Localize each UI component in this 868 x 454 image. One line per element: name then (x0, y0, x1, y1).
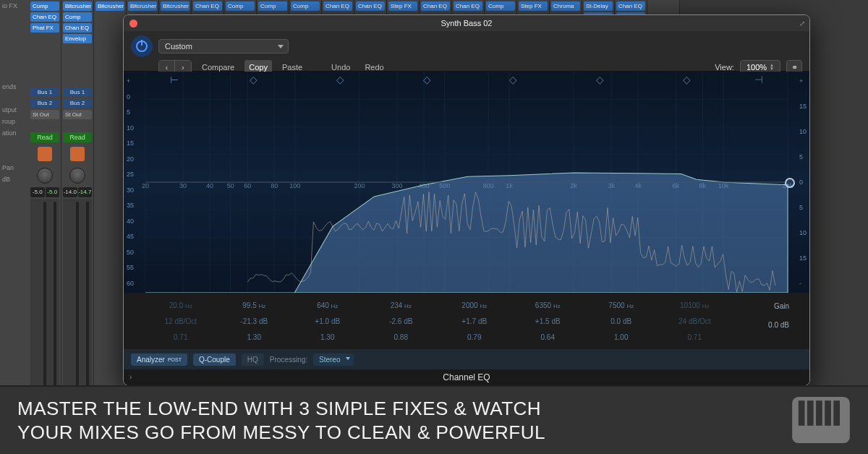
band-gain[interactable]: +1.0 dB (291, 317, 365, 325)
insert-slot[interactable]: Comp (291, 1, 320, 11)
plugin-toolbar: Custom ‹ › Compare Copy Paste Undo Redo … (124, 31, 809, 72)
send-button[interactable]: Bus 1 (30, 88, 59, 97)
output-slot[interactable]: St Out (30, 110, 59, 119)
pan-knob[interactable] (30, 166, 59, 186)
send-button[interactable]: Bus 2 (63, 99, 92, 108)
eq-display[interactable]: +051015202530354045505560 +15105051015- … (124, 72, 809, 293)
band-freq[interactable]: 234 Hz (365, 301, 438, 309)
insert-slot[interactable]: Envelop (63, 34, 92, 43)
hq-button[interactable]: HQ (242, 354, 264, 366)
band-q[interactable]: 1.30 (291, 333, 365, 341)
band-freq[interactable]: 640 Hz (291, 301, 365, 309)
insert-slot[interactable]: Step FX (519, 1, 548, 11)
insert-slot[interactable]: Step FX (388, 1, 417, 11)
insert-slot[interactable]: Chan EQ (193, 1, 222, 11)
insert-slot[interactable]: Comp (63, 12, 92, 22)
band-gain[interactable]: 0.0 dB (584, 317, 658, 325)
insert-slot[interactable]: Bitcrusher (161, 1, 190, 11)
master-gain-column[interactable]: Gain0.0 dB (731, 297, 789, 345)
band-q[interactable]: 0.79 (438, 333, 511, 341)
band-gain[interactable]: 12 dB/Oct (144, 317, 218, 325)
eq-band-column[interactable]: 640 Hz+1.0 dB1.30 (291, 297, 365, 345)
eq-band-column[interactable]: 2000 Hz+1.7 dB0.79 (438, 297, 511, 345)
channel-icon[interactable] (30, 144, 59, 164)
band-freq[interactable]: 2000 Hz (438, 301, 511, 309)
band-freq[interactable]: 10100 Hz (658, 301, 732, 309)
insert-slot (95, 12, 124, 22)
svg-text:◇: ◇ (683, 74, 691, 85)
band-q[interactable]: 1.30 (218, 333, 292, 341)
band-gain[interactable]: -2.6 dB (365, 317, 438, 325)
band-q[interactable]: 0.88 (365, 333, 438, 341)
headline-text: MASTER THE LOW-END WITH 3 SIMPLE FIXES &… (17, 397, 545, 444)
send-button[interactable]: Bus 1 (63, 88, 92, 97)
preset-select[interactable]: Custom (158, 39, 289, 53)
channel-icon[interactable] (63, 144, 92, 164)
insert-slot[interactable]: Phat FX (30, 23, 59, 33)
q-couple-button[interactable]: Q-Couple (193, 354, 236, 366)
insert-slot (30, 56, 59, 65)
master-gain-value[interactable]: 0.0 dB (731, 321, 789, 329)
band-freq[interactable]: 99.5 Hz (218, 301, 292, 309)
close-icon[interactable] (129, 20, 137, 27)
plugin-track-name: Synth Bass 02 (441, 19, 493, 27)
automation-mode[interactable]: Read (30, 132, 59, 142)
plugin-name-label: Channel EQ (443, 372, 490, 382)
insert-slot[interactable]: Chan EQ (421, 1, 450, 11)
band-gain[interactable]: 24 dB/Oct (658, 317, 732, 325)
band-freq[interactable]: 6350 Hz (511, 301, 585, 309)
insert-slot[interactable]: Chan EQ (356, 1, 385, 11)
eq-band-column[interactable]: 99.5 Hz-21.3 dB1.30 (218, 297, 292, 345)
band-freq[interactable]: 20.0 Hz (144, 301, 218, 309)
eq-band-column[interactable]: 234 Hz-2.6 dB0.88 (365, 297, 438, 345)
analyzer-button[interactable]: AnalyzerPOST (131, 354, 187, 366)
insert-slot[interactable]: Chroma (551, 1, 580, 11)
insert-slot[interactable]: Chan EQ (30, 12, 59, 22)
svg-text:300: 300 (392, 182, 403, 189)
insert-slot (95, 45, 124, 54)
insert-slot[interactable]: Comp (226, 1, 255, 11)
insert-slot[interactable]: Bitcrusher (128, 1, 157, 11)
band-q[interactable]: 0.71 (144, 333, 218, 341)
master-gain-handle[interactable] (785, 178, 795, 188)
band-gain[interactable]: -21.3 dB (218, 317, 292, 325)
processing-select[interactable]: Stereo (313, 354, 353, 366)
insert-slot (30, 45, 59, 54)
db-readout: -5.0 (46, 187, 60, 197)
pan-knob[interactable] (63, 166, 92, 186)
eq-band-column[interactable]: 6350 Hz+1.5 dB0.64 (511, 297, 585, 345)
svg-text:50: 50 (227, 182, 234, 189)
insert-slot[interactable]: Chan EQ (323, 1, 352, 11)
band-q[interactable]: 0.71 (658, 333, 732, 341)
insert-slot (95, 23, 124, 33)
eq-band-column[interactable]: 20.0 Hz12 dB/Oct0.71 (144, 297, 218, 345)
plugin-titlebar[interactable]: Synth Bass 02 ⤢ (124, 15, 809, 31)
automation-mode[interactable]: Read (63, 132, 92, 142)
insert-slot[interactable]: Chan EQ (63, 23, 92, 33)
insert-slot[interactable]: Bitcrusher (95, 1, 124, 11)
output-slot[interactable]: St Out (63, 110, 92, 119)
svg-text:80: 80 (271, 182, 278, 189)
svg-text:◇: ◇ (509, 74, 517, 85)
insert-slot[interactable]: St-Delay (584, 1, 613, 11)
send-button[interactable]: Bus 2 (30, 99, 59, 108)
insert-slot[interactable]: Chan EQ (616, 1, 645, 11)
insert-slot[interactable]: Bitcrusher (63, 1, 92, 11)
band-q[interactable]: 1.00 (584, 333, 658, 341)
insert-slot[interactable]: Comp (30, 1, 59, 11)
svg-text:⊣: ⊣ (754, 74, 763, 85)
channel-eq-plugin-window: Synth Bass 02 ⤢ Custom ‹ › Compare Copy … (123, 14, 810, 386)
reveal-icon[interactable]: › (129, 369, 132, 385)
link-icon: ⚭ (791, 63, 798, 72)
eq-band-column[interactable]: 10100 Hz24 dB/Oct0.71 (658, 297, 732, 345)
expand-icon[interactable]: ⤢ (799, 20, 805, 27)
power-button[interactable] (131, 35, 153, 57)
band-gain[interactable]: +1.7 dB (438, 317, 511, 325)
insert-slot[interactable]: Comp (258, 1, 287, 11)
band-gain[interactable]: +1.5 dB (511, 317, 585, 325)
insert-slot[interactable]: Comp (486, 1, 515, 11)
insert-slot[interactable]: Chan EQ (454, 1, 482, 11)
band-q[interactable]: 0.64 (511, 333, 585, 341)
eq-band-column[interactable]: 7500 Hz0.0 dB1.00 (584, 297, 658, 345)
band-freq[interactable]: 7500 Hz (584, 301, 658, 309)
